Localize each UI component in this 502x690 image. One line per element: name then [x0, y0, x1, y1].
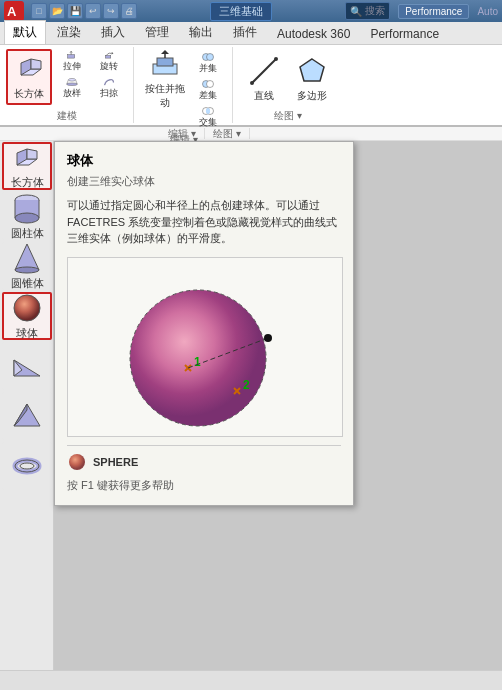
subtract-icon [194, 80, 222, 88]
svg-marker-17 [161, 50, 169, 54]
tab-performance[interactable]: Performance [361, 23, 448, 44]
sidebar-cylinder-icon [13, 192, 41, 224]
quick-access-toolbar: □ 📂 💾 ↩ ↪ 🖨 [31, 3, 137, 19]
tooltip-image: 1 2 [67, 257, 343, 437]
extrude-label: 拉伸 [63, 60, 81, 73]
svg-rect-9 [105, 55, 110, 58]
svg-point-57 [69, 454, 85, 470]
ribbon-btn-push-pull[interactable]: 按住并拖动 [142, 51, 188, 107]
sidebar-btn-torus[interactable] [2, 442, 52, 490]
rotate-icon [95, 51, 123, 59]
title-bar-right: 🔍 搜索 Performance Auto [345, 2, 498, 20]
ribbon-btn-subtract[interactable]: 差集 [190, 78, 226, 104]
tab-manage[interactable]: 管理 [136, 20, 178, 44]
tab-adsk360[interactable]: Autodesk 360 [268, 23, 359, 44]
title-bar: A □ 📂 💾 ↩ ↪ 🖨 三维基础 🔍 搜索 Performance Auto [0, 0, 502, 22]
ribbon-panel: 长方体 拉伸 [0, 45, 502, 127]
search-box[interactable]: 🔍 搜索 [345, 2, 390, 20]
ribbon-btn-union[interactable]: 并集 [190, 51, 226, 77]
new-file-icon[interactable]: □ [31, 3, 47, 19]
svg-rect-15 [157, 58, 173, 66]
svg-point-38 [14, 295, 40, 321]
sweep-icon [95, 78, 123, 86]
sidebar-torus-icon [12, 452, 42, 480]
modeling-group: 长方体 拉伸 [4, 47, 134, 123]
ribbon-btn-loft[interactable]: 放样 [54, 76, 90, 102]
svg-marker-27 [300, 59, 324, 81]
sidebar-btn-box[interactable]: 长方体 [2, 142, 52, 190]
sidebar-sphere-label: 球体 [16, 326, 38, 341]
ribbon-btn-line[interactable]: 直线 [241, 51, 287, 107]
search-icon: 🔍 [350, 6, 362, 17]
box-btn-label: 长方体 [14, 87, 44, 101]
tooltip-title: 球体 [67, 152, 341, 170]
ribbon-tabs: 默认 渲染 插入 管理 输出 插件 Autodesk 360 Performan… [0, 22, 502, 45]
svg-point-10 [68, 78, 75, 81]
sidebar-wedge-icon [12, 352, 42, 380]
subtract-label: 差集 [199, 89, 217, 102]
sidebar-pyramid-icon [12, 402, 42, 430]
svg-marker-36 [15, 244, 39, 270]
edit-small-buttons: 并集 差集 交集 [190, 51, 226, 131]
tab-plugin[interactable]: 插件 [224, 20, 266, 44]
loft-icon [58, 78, 86, 86]
box-icon [13, 53, 45, 85]
modeling-group-label: 建模 [6, 109, 127, 123]
undo-icon[interactable]: ↩ [85, 3, 101, 19]
svg-point-55 [264, 334, 272, 342]
tab-insert[interactable]: 插入 [92, 20, 134, 44]
ribbon-btn-box[interactable]: 长方体 [6, 49, 52, 105]
svg-point-25 [250, 81, 254, 85]
polygon-icon [296, 55, 328, 87]
svg-line-24 [252, 59, 276, 83]
auto-label: Auto [477, 6, 498, 17]
ribbon-btn-rotate[interactable]: 旋转 [91, 49, 127, 75]
svg-text:1: 1 [194, 355, 201, 369]
intersect-icon [194, 107, 222, 115]
sidebar-btn-cone[interactable]: 圆锥体 [2, 242, 52, 290]
tooltip-subtitle: 创建三维实心球体 [67, 174, 341, 189]
tab-output[interactable]: 输出 [180, 20, 222, 44]
performance-button[interactable]: Performance [398, 4, 469, 19]
tab-default[interactable]: 默认 [4, 20, 46, 44]
open-icon[interactable]: 📂 [49, 3, 65, 19]
tooltip-footer: SPHERE [67, 445, 341, 472]
svg-point-35 [15, 213, 39, 223]
loft-label: 放样 [63, 87, 81, 100]
rotate-label: 旋转 [100, 60, 118, 73]
content-area: 球体 创建三维实心球体 可以通过指定圆心和半径上的点创建球体。可以通过 FACE… [54, 141, 502, 670]
ribbon-btn-extrude[interactable]: 拉伸 [54, 49, 90, 75]
ribbon-btn-polygon[interactable]: 多边形 [289, 51, 335, 107]
svg-point-45 [20, 463, 34, 469]
print-icon[interactable]: 🖨 [121, 3, 137, 19]
sidebar-btn-pyramid[interactable] [2, 392, 52, 440]
draw-sub-label: 绘图 ▾ [205, 128, 250, 139]
draw-group-label: 绘图 ▾ [241, 109, 335, 123]
svg-point-11 [67, 83, 78, 86]
union-label: 并集 [199, 62, 217, 75]
redo-icon[interactable]: ↪ [103, 3, 119, 19]
sidebar-btn-sphere[interactable]: 球体 [2, 292, 52, 340]
line-label: 直线 [254, 89, 274, 103]
sidebar-btn-cylinder[interactable]: 圆柱体 [2, 192, 52, 240]
sub-labels-bar: 编辑 ▾ 绘图 ▾ [0, 127, 502, 141]
edit-sub-label: 编辑 ▾ [160, 128, 205, 139]
title-bar-left: A □ 📂 💾 ↩ ↪ 🖨 [4, 1, 137, 21]
workspace-name: 三维基础 [137, 2, 345, 21]
svg-text:A: A [7, 4, 17, 19]
sidebar-box-icon [12, 143, 42, 173]
status-bar [0, 670, 502, 690]
ribbon-btn-sweep[interactable]: 扫掠 [91, 76, 127, 102]
extrude-icon [58, 51, 86, 59]
workspace-selector[interactable]: 三维基础 [210, 2, 272, 21]
tooltip-description: 可以通过指定圆心和半径上的点创建球体。可以通过 FACETRES 系统变量控制着… [67, 197, 341, 247]
svg-marker-30 [27, 149, 37, 159]
search-placeholder: 搜索 [365, 4, 385, 18]
line-icon [248, 55, 280, 87]
sidebar-cylinder-label: 圆柱体 [11, 226, 44, 241]
save-icon[interactable]: 💾 [67, 3, 83, 19]
push-pull-label: 按住并拖动 [145, 82, 185, 110]
tab-render[interactable]: 渲染 [48, 20, 90, 44]
sidebar-btn-wedge[interactable] [2, 342, 52, 390]
svg-point-37 [15, 267, 39, 273]
